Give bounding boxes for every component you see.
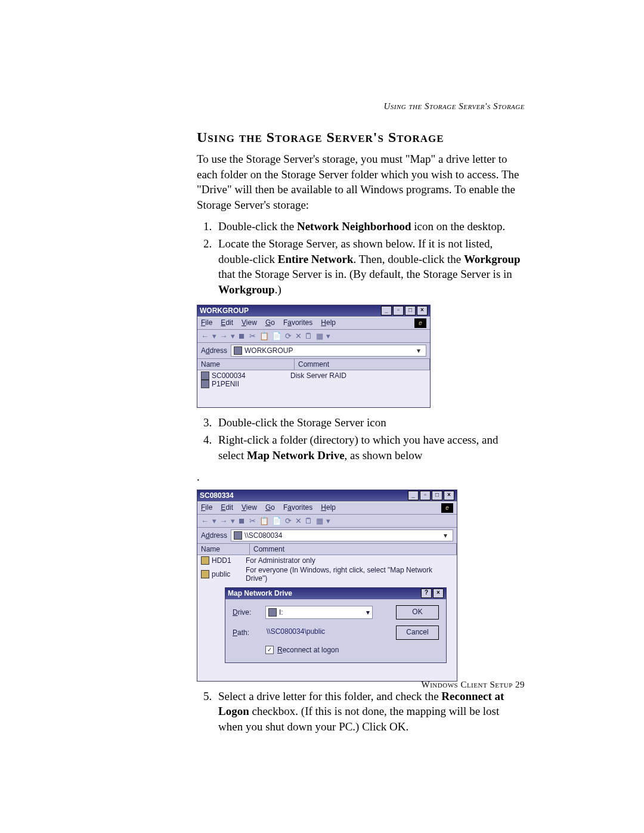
help-button[interactable]: ? — [421, 589, 432, 598]
step-3: Double-click the Storage Server icon — [215, 415, 525, 431]
close-button[interactable]: × — [433, 589, 444, 598]
drive-icon — [268, 608, 277, 617]
server-window: SC080334 _ ▫ □ × File Edit View Go Favor… — [197, 490, 457, 682]
list-item[interactable]: SC000034 Disk Server RAID — [201, 371, 426, 380]
column-comment[interactable]: Comment — [295, 359, 430, 370]
list-item[interactable]: P1PENII — [201, 380, 426, 388]
steps-list-3: Select a drive letter for this folder, a… — [197, 689, 525, 735]
maximize-button[interactable]: □ — [405, 306, 416, 315]
menu-help[interactable]: Help — [321, 503, 336, 513]
path-value: \\SC080034\public — [265, 627, 369, 638]
menu-favorites[interactable]: Favorites — [283, 318, 312, 328]
address-label: Address — [201, 531, 227, 540]
window-controls: _ ▫ □ × — [408, 491, 454, 500]
stray-period: . — [197, 470, 525, 484]
menu-view[interactable]: View — [242, 503, 257, 513]
address-dropdown-icon[interactable]: ▾ — [441, 530, 450, 541]
minimize-button[interactable]: _ — [381, 306, 392, 315]
checkbox-icon[interactable]: ✓ — [265, 646, 274, 654]
menubar: File Edit View Go Favorites Help e — [197, 317, 430, 330]
folder-icon — [201, 570, 209, 578]
workgroup-icon — [234, 346, 242, 355]
address-bar: Address \\SC080034 ▾ — [197, 528, 457, 544]
map-network-drive-dialog: Map Network Drive ? × Drive: I: ▾ OK — [225, 587, 447, 663]
titlebar[interactable]: WORKGROUP _ ▫ □ × — [197, 305, 430, 317]
close-button[interactable]: × — [417, 306, 428, 315]
window-controls: _ ▫ □ × — [381, 306, 428, 315]
minimize-button[interactable]: _ — [408, 491, 419, 500]
cancel-button[interactable]: Cancel — [396, 625, 439, 640]
menu-view[interactable]: View — [242, 318, 257, 328]
window-title: WORKGROUP — [200, 305, 249, 317]
computer-icon — [201, 380, 209, 388]
chevron-down-icon[interactable]: ▾ — [366, 608, 370, 617]
reconnect-label: Reconnect at logon — [277, 646, 339, 654]
listing-area[interactable]: SC000034 Disk Server RAID P1PENII — [197, 370, 430, 407]
list-item[interactable]: HDD1 For Administrator only — [201, 556, 453, 565]
titlebar[interactable]: SC080334 _ ▫ □ × — [197, 490, 457, 501]
document-page: Using the Storage Server's Storage Using… — [0, 0, 644, 833]
step-5: Select a drive letter for this folder, a… — [215, 689, 525, 735]
window-title: SC080334 — [200, 490, 234, 501]
ie-logo-icon: e — [441, 503, 453, 513]
close-button[interactable]: × — [444, 491, 454, 500]
dialog-titlebar[interactable]: Map Network Drive ? × — [225, 588, 446, 599]
list-item[interactable]: public For everyone (In Windows, right c… — [201, 566, 453, 583]
drive-label: Drive: — [233, 608, 265, 617]
drive-select[interactable]: I: ▾ — [265, 606, 373, 619]
workgroup-window: WORKGROUP _ ▫ □ × File Edit View Go Favo… — [197, 305, 431, 408]
computer-icon — [201, 371, 209, 380]
dialog-title: Map Network Drive — [228, 588, 292, 599]
steps-list-1: Double-click the Network Neighborhood ic… — [197, 219, 525, 298]
menu-help[interactable]: Help — [321, 318, 336, 328]
ok-button[interactable]: OK — [396, 605, 439, 620]
column-comment[interactable]: Comment — [250, 544, 457, 555]
computer-icon — [234, 531, 242, 540]
ie-logo-icon: e — [414, 318, 426, 328]
toolbar[interactable]: ← ▾ → ▾ ⏹ ✂ 📋 📄 ⟳ ✕ 🗒 ▦ ▾ — [197, 330, 430, 343]
page-footer: Windows Client Setup 29 — [421, 680, 525, 690]
menu-go[interactable]: Go — [265, 318, 275, 328]
restore-button[interactable]: ▫ — [420, 491, 431, 500]
column-headers: Name Comment — [197, 359, 430, 370]
restore-button[interactable]: ▫ — [393, 306, 404, 315]
folder-icon — [201, 556, 209, 565]
step-2: Locate the Storage Server, as shown belo… — [215, 236, 525, 298]
menu-file[interactable]: File — [201, 503, 212, 513]
section-title: Using the Storage Server's Storage — [197, 129, 525, 145]
column-name[interactable]: Name — [197, 359, 295, 370]
menu-edit[interactable]: Edit — [221, 503, 233, 513]
address-input[interactable]: \\SC080034 ▾ — [231, 529, 453, 541]
reconnect-checkbox-row[interactable]: ✓ Reconnect at logon — [265, 646, 439, 654]
step-4: Right-click a folder (directory) to whic… — [215, 432, 525, 463]
maximize-button[interactable]: □ — [432, 491, 442, 500]
address-label: Address — [201, 346, 227, 355]
address-input[interactable]: WORKGROUP ▾ — [231, 345, 426, 357]
intro-paragraph: To use the Storage Server's storage, you… — [197, 151, 525, 213]
menu-file[interactable]: File — [201, 318, 212, 328]
step-1: Double-click the Network Neighborhood ic… — [215, 219, 525, 234]
menu-favorites[interactable]: Favorites — [283, 503, 312, 513]
column-name[interactable]: Name — [197, 544, 250, 555]
menu-go[interactable]: Go — [265, 503, 275, 513]
listing-area[interactable]: HDD1 For Administrator only public For e… — [197, 555, 457, 681]
toolbar[interactable]: ← ▾ → ▾ ⏹ ✂ 📋 📄 ⟳ ✕ 🗒 ▦ ▾ — [197, 515, 457, 528]
steps-list-2: Double-click the Storage Server icon Rig… — [197, 415, 525, 463]
address-dropdown-icon[interactable]: ▾ — [414, 345, 423, 356]
menubar: File Edit View Go Favorites Help e — [197, 501, 457, 515]
address-bar: Address WORKGROUP ▾ — [197, 343, 430, 359]
path-label: Path: — [233, 628, 265, 637]
running-header: Using the Storage Server's Storage — [197, 101, 525, 112]
dialog-body: Drive: I: ▾ OK Path: \\SC080034\public C… — [225, 599, 446, 662]
menu-edit[interactable]: Edit — [221, 318, 233, 328]
column-headers: Name Comment — [197, 544, 457, 555]
